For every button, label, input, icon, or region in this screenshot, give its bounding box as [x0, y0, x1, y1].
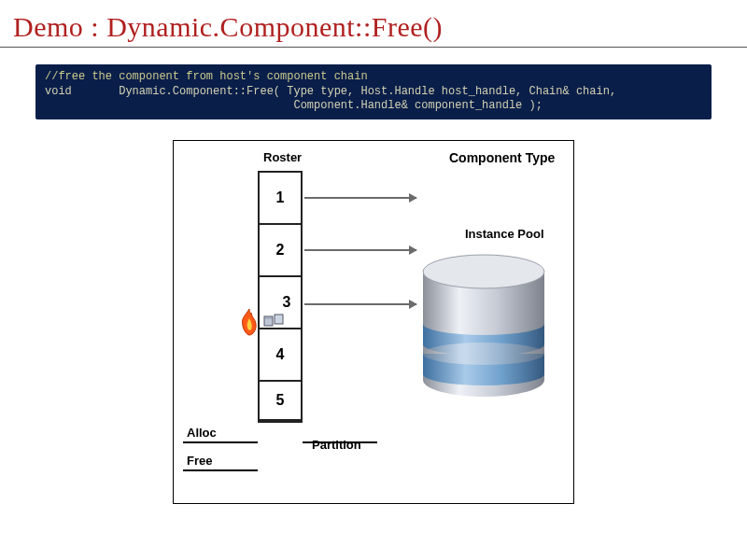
code-signature-line-1: void Dynamic.Component::Free( Type type,…: [45, 85, 616, 98]
roster-cell-2: 2: [260, 225, 301, 277]
code-comment: //free the component from host's compone…: [45, 70, 368, 83]
diagram-frame: Roster Component Type Instance Pool Allo…: [173, 140, 574, 504]
svg-point-8: [423, 363, 544, 385]
broken-cube-icon: [263, 313, 286, 329]
svg-point-9: [423, 313, 544, 335]
partition-divider-line: [303, 441, 377, 443]
roster-cell-4: 4: [260, 329, 301, 382]
roster-label: Roster: [263, 150, 302, 164]
arrow-3-to-pool: [304, 303, 416, 305]
slide-title: Demo : Dynamic.Component::Free(): [0, 0, 747, 48]
free-divider-line: [183, 469, 258, 471]
code-block: //free the component from host's compone…: [35, 64, 712, 119]
arrow-1-to-pool: [304, 197, 416, 199]
database-cylinder-icon: [418, 251, 549, 400]
alloc-divider-line: [183, 441, 258, 443]
roster-cell-3-num: 3: [283, 294, 291, 311]
instance-pool-label: Instance Pool: [465, 227, 544, 241]
free-label: Free: [187, 454, 212, 468]
svg-rect-1: [275, 315, 283, 324]
svg-point-10: [423, 343, 544, 365]
arrow-2-to-pool: [304, 249, 416, 251]
code-signature-line-2: Component.Handle& component_handle );: [45, 99, 543, 112]
component-type-label: Component Type: [449, 150, 555, 165]
alloc-label: Alloc: [187, 426, 217, 440]
roster-cell-1: 1: [260, 173, 301, 225]
partition-label: Partition: [312, 438, 361, 452]
roster-cell-5: 5: [260, 382, 301, 421]
fire-icon: [235, 307, 263, 339]
svg-rect-0: [264, 316, 273, 326]
svg-point-11: [423, 255, 544, 288]
roster-column: 1 2 3 4 5: [258, 171, 303, 423]
